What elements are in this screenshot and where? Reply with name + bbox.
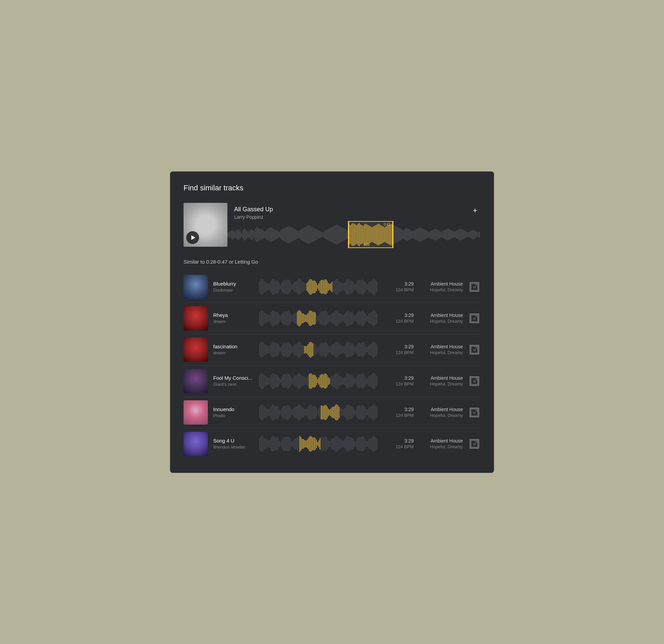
svg-rect-161 [431,230,432,239]
svg-rect-325 [279,315,280,322]
track-action-button[interactable]: M [468,439,480,448]
svg-rect-9 [239,230,240,239]
svg-rect-206 [261,280,261,294]
track-action-button[interactable]: M [468,314,480,323]
svg-rect-229 [288,279,288,294]
svg-rect-419 [269,346,269,354]
track-artist: Duckmaw [213,287,254,293]
svg-rect-363 [325,310,325,325]
svg-rect-331 [287,311,287,325]
svg-rect-328 [283,312,284,325]
svg-rect-188 [465,231,466,238]
svg-rect-332 [288,310,288,326]
svg-rect-760 [307,440,307,447]
svg-rect-25 [259,228,260,241]
svg-rect-46 [286,227,287,242]
svg-rect-446 [300,343,301,356]
svg-rect-783 [334,438,335,449]
svg-rect-747 [291,441,292,447]
svg-rect-192 [470,231,471,238]
track-duration: 3:29 [383,313,414,318]
match-icon: M [470,439,479,448]
svg-rect-758 [304,440,305,447]
svg-rect-341 [298,310,299,326]
source-info: All Gassed Up Larry Poppinz [227,202,282,220]
svg-rect-297 [369,282,369,291]
track-row: Rheya dreem 3:29 124 BPM Ambient House H… [184,303,480,334]
svg-rect-771 [320,438,320,449]
svg-rect-279 [347,279,348,295]
svg-rect-154 [422,228,423,241]
svg-rect-317 [270,314,271,322]
svg-rect-371 [334,312,335,324]
svg-rect-463 [321,343,321,357]
svg-rect-86 [336,224,337,245]
source-artist: Larry Poppinz [234,214,275,220]
svg-rect-344 [302,313,303,323]
svg-rect-587 [346,374,347,387]
svg-rect-684 [339,407,339,418]
svg-rect-17 [249,231,250,238]
svg-rect-254 [317,285,318,288]
track-mood: Hopeful, Dreamy [419,319,463,324]
svg-rect-404 [373,310,374,326]
svg-rect-30 [266,230,266,239]
track-genre: Ambient House Hopeful, Dreamy [419,313,463,324]
svg-rect-732 [273,436,274,451]
svg-rect-368 [330,315,331,322]
svg-rect-359 [320,313,320,324]
svg-rect-794 [347,436,348,451]
svg-rect-673 [326,405,326,420]
svg-rect-602 [364,374,365,387]
svg-rect-488 [351,343,351,356]
svg-rect-63 [307,226,308,243]
svg-rect-312 [264,312,265,324]
svg-rect-597 [358,374,358,387]
svg-rect-490 [353,345,354,355]
track-info: fascination dreem [213,344,254,356]
svg-rect-588 [347,373,348,389]
svg-text:M: M [473,348,476,352]
svg-rect-16 [248,232,248,237]
track-action-button[interactable]: M [468,408,480,417]
svg-rect-458 [315,344,315,356]
svg-rect-293 [364,280,365,293]
track-action-button[interactable]: M [468,376,480,386]
add-button[interactable]: + [470,205,480,216]
svg-rect-725 [265,439,266,449]
svg-rect-755 [300,437,301,450]
svg-rect-440 [293,345,294,354]
svg-rect-220 [277,281,278,293]
track-action-button[interactable]: M [468,282,480,291]
track-action-button[interactable]: M [468,345,480,355]
svg-rect-55 [297,230,297,239]
svg-rect-355 [315,312,315,324]
svg-rect-731 [272,436,273,451]
svg-rect-211 [266,282,267,291]
svg-rect-168 [440,231,441,238]
svg-rect-186 [463,230,463,239]
svg-rect-146 [412,231,413,238]
svg-rect-428 [279,346,280,353]
svg-rect-415 [264,344,265,356]
svg-rect-310 [262,310,262,326]
svg-rect-66 [311,226,312,243]
svg-rect-138 [402,230,403,239]
svg-rect-670 [322,405,323,420]
svg-rect-665 [316,408,317,417]
svg-rect-247 [309,280,310,294]
svg-rect-682 [336,404,337,421]
svg-rect-616 [475,378,478,380]
svg-rect-87 [337,225,338,244]
svg-rect-22 [255,228,256,241]
play-button[interactable] [186,231,199,244]
svg-rect-358 [318,315,319,322]
svg-rect-443 [297,343,298,357]
svg-rect-272 [339,281,339,293]
svg-rect-139 [403,230,404,239]
svg-rect-448 [303,345,304,354]
svg-rect-394 [361,311,362,325]
svg-rect-454 [310,342,311,358]
svg-rect-304 [376,282,377,292]
source-waveform-svg: 0:47 0:28 [227,221,480,248]
